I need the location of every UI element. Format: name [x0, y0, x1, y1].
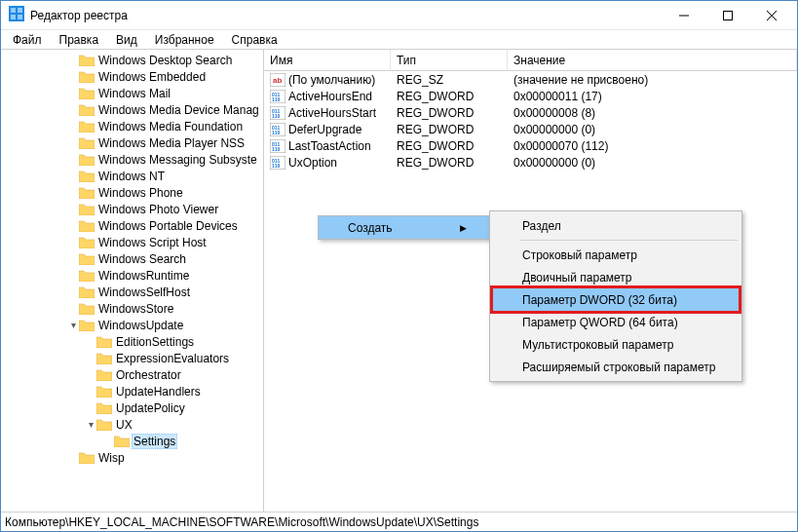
tree-item[interactable]: WindowsRuntime: [1, 267, 263, 284]
maximize-button[interactable]: [705, 1, 749, 29]
ctx-create-label: Создать: [348, 221, 393, 235]
tree-item-label: Windows NT: [96, 170, 167, 183]
tree-item[interactable]: Windows Script Host: [1, 234, 263, 250]
list-header: Имя Тип Значение: [264, 50, 797, 71]
folder-icon: [79, 136, 95, 149]
tree-item[interactable]: Orchestrator: [1, 366, 263, 383]
tree-item[interactable]: Windows Media Foundation: [1, 118, 263, 134]
col-value[interactable]: Значение: [508, 50, 797, 70]
folder-icon: [79, 203, 95, 215]
table-row[interactable]: (По умолчанию)REG_SZ(значение не присвое…: [264, 71, 797, 88]
folder-icon: [79, 120, 95, 133]
tree-item[interactable]: Windows Media Device Manag: [1, 101, 263, 118]
value-name: ActiveHoursEnd: [288, 90, 372, 103]
table-row[interactable]: UxOptionREG_DWORD0x00000000 (0): [264, 154, 797, 171]
value-name: (По умолчанию): [288, 73, 375, 87]
menu-file[interactable]: Файл: [5, 31, 50, 49]
tree-item[interactable]: UpdateHandlers: [1, 383, 263, 399]
tree-item-label: WindowsRuntime: [96, 269, 191, 283]
window-title: Редактор реестра: [30, 9, 662, 22]
ctx-type-item[interactable]: Раздел: [493, 214, 739, 237]
tree-item[interactable]: Windows Portable Devices: [1, 217, 263, 234]
folder-icon: [79, 252, 95, 265]
svg-rect-11: [723, 11, 732, 19]
tree-item[interactable]: Windows Media Player NSS: [1, 134, 263, 151]
tree-item[interactable]: Wisp: [1, 449, 263, 466]
tree-item[interactable]: WindowsSelfHost: [1, 284, 263, 300]
value-data: 0x00000011 (17): [508, 90, 797, 103]
minimize-button[interactable]: [662, 1, 705, 29]
value-name: DeferUpgrade: [288, 123, 361, 136]
table-row[interactable]: ActiveHoursEndREG_DWORD0x00000011 (17): [264, 88, 797, 104]
folder-icon: [96, 385, 112, 398]
collapse-icon[interactable]: ▾: [67, 320, 79, 330]
tree-item[interactable]: ▾WindowsUpdate: [1, 317, 263, 333]
context-menu-types: РазделСтроковый параметрДвоичный парамет…: [489, 210, 742, 382]
binary-value-icon: [270, 106, 285, 120]
ctx-type-item[interactable]: Мультистроковый параметр: [493, 333, 739, 356]
value-data: 0x00000000 (0): [508, 156, 797, 170]
value-data: (значение не присвоено): [508, 73, 797, 87]
table-row[interactable]: LastToastActionREG_DWORD0x00000070 (112): [264, 137, 797, 154]
tree-item[interactable]: ▾UX: [1, 416, 263, 433]
chevron-right-icon: ▶: [460, 223, 467, 233]
tree-item[interactable]: Windows Search: [1, 250, 263, 267]
tree-item-label: Settings: [132, 434, 177, 449]
collapse-icon[interactable]: ▾: [85, 419, 96, 430]
string-value-icon: [270, 73, 285, 87]
tree-item[interactable]: Windows Messaging Subsyste: [1, 151, 263, 168]
tree-item-label: Windows Embedded: [96, 70, 208, 84]
tree-item[interactable]: Windows Embedded: [1, 68, 263, 85]
menu-help[interactable]: Справка: [224, 31, 285, 49]
tree-item[interactable]: WindowsStore: [1, 300, 263, 317]
menu-edit[interactable]: Правка: [52, 31, 107, 49]
tree-item[interactable]: Windows Photo Viewer: [1, 201, 263, 217]
folder-icon: [79, 319, 95, 331]
menu-view[interactable]: Вид: [108, 31, 145, 49]
folder-icon: [114, 435, 130, 447]
tree-item-label: Windows Media Foundation: [96, 120, 245, 133]
tree-item[interactable]: ExpressionEvaluators: [1, 350, 263, 366]
tree-item[interactable]: Settings: [1, 433, 263, 449]
close-button[interactable]: [749, 1, 793, 29]
ctx-type-item[interactable]: Расширяемый строковый параметр: [493, 356, 739, 378]
list-pane[interactable]: Имя Тип Значение (По умолчанию)REG_SZ(зн…: [264, 50, 797, 512]
folder-icon: [79, 153, 95, 166]
value-type: REG_DWORD: [391, 106, 508, 120]
tree-item-label: Windows Phone: [96, 186, 185, 200]
col-type[interactable]: Тип: [391, 50, 508, 70]
value-name: LastToastAction: [288, 139, 371, 153]
ctx-type-item[interactable]: Параметр DWORD (32 бита): [493, 288, 739, 311]
tree-item[interactable]: EditionSettings: [1, 333, 263, 350]
tree-item[interactable]: Windows NT: [1, 168, 263, 184]
tree-item[interactable]: UpdatePolicy: [1, 399, 263, 416]
folder-icon: [79, 87, 95, 99]
folder-icon: [79, 285, 95, 298]
value-name: UxOption: [288, 156, 337, 170]
col-name[interactable]: Имя: [264, 50, 391, 70]
menu-separator: [520, 240, 738, 241]
tree-item-label: WindowsUpdate: [96, 319, 185, 332]
tree-item[interactable]: Windows Desktop Search: [1, 52, 263, 68]
tree-item-label: Windows Desktop Search: [96, 54, 234, 67]
table-row[interactable]: DeferUpgradeREG_DWORD0x00000000 (0): [264, 121, 797, 137]
tree-item-label: Windows Script Host: [96, 236, 209, 249]
tree-pane[interactable]: Windows Desktop SearchWindows EmbeddedWi…: [1, 50, 264, 512]
statusbar: Компьютер\HKEY_LOCAL_MACHINE\SOFTWARE\Mi…: [1, 512, 797, 531]
folder-icon: [96, 418, 112, 431]
ctx-create-item[interactable]: Создать ▶: [319, 216, 492, 239]
ctx-type-item[interactable]: Строковый параметр: [493, 244, 739, 266]
menu-favorites[interactable]: Избранное: [147, 31, 222, 49]
binary-value-icon: [270, 156, 285, 170]
tree-item-label: EditionSettings: [114, 335, 196, 349]
folder-icon: [79, 236, 95, 248]
tree-item-label: Windows Photo Viewer: [96, 203, 220, 216]
table-row[interactable]: ActiveHoursStartREG_DWORD0x00000008 (8): [264, 104, 797, 121]
binary-value-icon: [270, 90, 285, 103]
ctx-type-item[interactable]: Параметр QWORD (64 бита): [493, 311, 739, 333]
main: Windows Desktop SearchWindows EmbeddedWi…: [1, 50, 797, 512]
folder-icon: [96, 335, 112, 348]
tree-item[interactable]: Windows Phone: [1, 184, 263, 201]
tree-item-label: Windows Portable Devices: [96, 219, 240, 233]
tree-item[interactable]: Windows Mail: [1, 85, 263, 101]
